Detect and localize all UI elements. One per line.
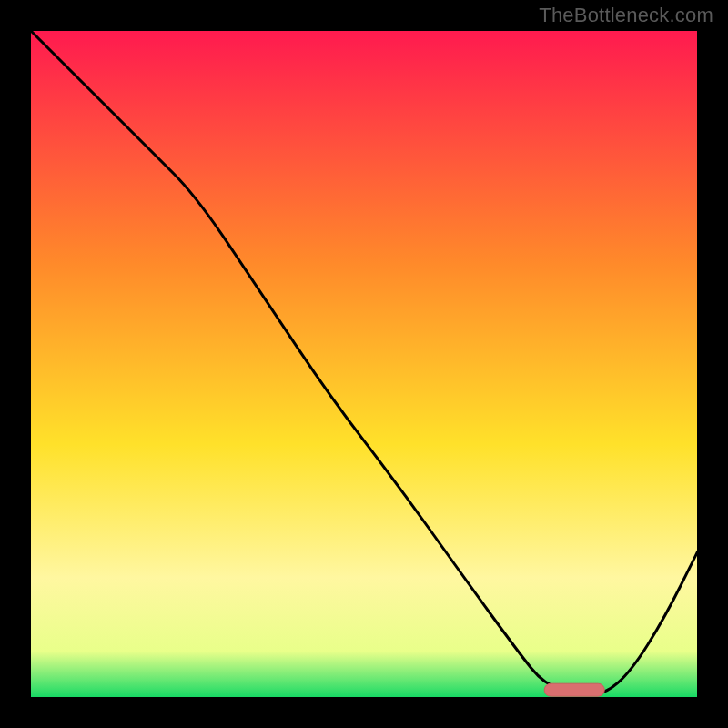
plot-svg [30,30,698,698]
watermark-label: TheBottleneck.com [539,4,713,27]
chart-container: TheBottleneck.com [0,0,728,728]
plot-frame [30,30,698,698]
optimal-range-marker [544,683,604,696]
